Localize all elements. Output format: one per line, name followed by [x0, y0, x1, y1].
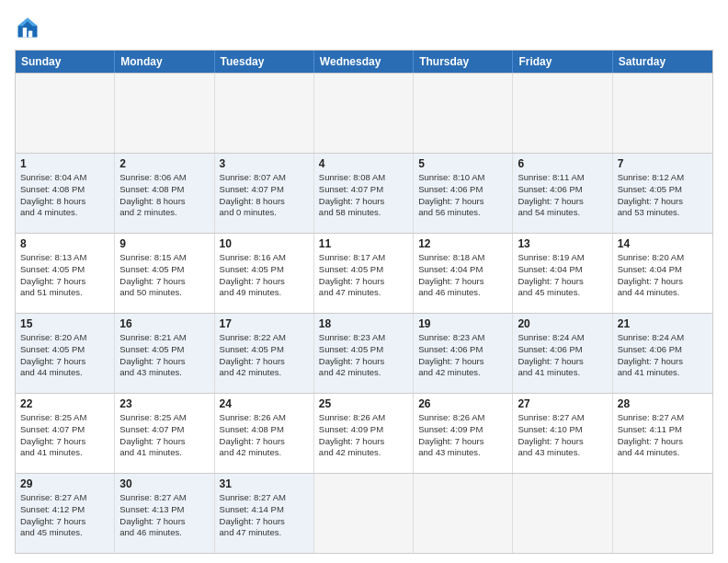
cell-line: Sunset: 4:09 PM	[418, 424, 507, 436]
day-cell-15: 15Sunrise: 8:20 AMSunset: 4:05 PMDayligh…	[16, 314, 115, 393]
cell-line: and 42 minutes.	[220, 447, 309, 459]
day-cell-2: 2Sunrise: 8:06 AMSunset: 4:08 PMDaylight…	[115, 154, 214, 233]
cell-line: Daylight: 7 hours	[20, 436, 109, 448]
cell-line: Sunset: 4:06 PM	[518, 184, 607, 196]
day-number: 20	[518, 317, 607, 330]
day-number: 28	[618, 397, 708, 410]
day-cell-31: 31Sunrise: 8:27 AMSunset: 4:14 PMDayligh…	[215, 474, 314, 553]
day-number: 15	[20, 317, 109, 330]
day-number: 19	[418, 317, 507, 330]
cell-line: and 41 minutes.	[518, 367, 607, 379]
cell-line: Sunrise: 8:11 AM	[518, 172, 607, 184]
cell-line: and 47 minutes.	[319, 287, 408, 299]
day-number: 12	[418, 237, 507, 250]
cell-line: Sunrise: 8:07 AM	[220, 172, 309, 184]
cell-line: Sunrise: 8:08 AM	[319, 172, 408, 184]
cell-line: and 41 minutes.	[119, 447, 209, 459]
cell-line: Sunrise: 8:26 AM	[220, 412, 309, 424]
cell-line: and 2 minutes.	[119, 207, 209, 219]
cell-line: Daylight: 8 hours	[220, 196, 309, 208]
logo-icon	[15, 15, 40, 40]
cell-line: Sunrise: 8:21 AM	[119, 332, 209, 344]
cell-line: Sunset: 4:08 PM	[119, 184, 209, 196]
cell-line: Sunrise: 8:24 AM	[618, 332, 708, 344]
cell-line: Sunrise: 8:20 AM	[618, 252, 708, 264]
cell-line: Sunrise: 8:27 AM	[618, 412, 708, 424]
cell-line: Daylight: 7 hours	[319, 436, 408, 448]
day-cell-13: 13Sunrise: 8:19 AMSunset: 4:04 PMDayligh…	[513, 234, 612, 313]
day-cell-8: 8Sunrise: 8:13 AMSunset: 4:05 PMDaylight…	[16, 234, 115, 313]
cell-line: Daylight: 7 hours	[220, 276, 309, 288]
cell-line: Sunrise: 8:10 AM	[418, 172, 507, 184]
header-cell-thursday: Thursday	[414, 51, 513, 73]
cell-line: Sunset: 4:05 PM	[220, 264, 309, 276]
cell-line: Daylight: 7 hours	[618, 196, 708, 208]
cell-line: Sunrise: 8:23 AM	[319, 332, 408, 344]
day-cell-20: 20Sunrise: 8:24 AMSunset: 4:06 PMDayligh…	[513, 314, 612, 393]
cell-line: Daylight: 7 hours	[518, 436, 607, 448]
day-cell-16: 16Sunrise: 8:21 AMSunset: 4:05 PMDayligh…	[115, 314, 214, 393]
day-cell-3: 3Sunrise: 8:07 AMSunset: 4:07 PMDaylight…	[215, 154, 314, 233]
day-cell-27: 27Sunrise: 8:27 AMSunset: 4:10 PMDayligh…	[513, 394, 612, 473]
day-cell-29: 29Sunrise: 8:27 AMSunset: 4:12 PMDayligh…	[16, 474, 115, 553]
calendar-week-1	[16, 73, 712, 153]
header-cell-monday: Monday	[115, 51, 214, 73]
day-number: 23	[119, 397, 209, 410]
cell-line: Sunrise: 8:27 AM	[518, 412, 607, 424]
day-cell-5: 5Sunrise: 8:10 AMSunset: 4:06 PMDaylight…	[414, 154, 513, 233]
day-number: 7	[618, 157, 708, 170]
day-number: 21	[618, 317, 708, 330]
day-cell-22: 22Sunrise: 8:25 AMSunset: 4:07 PMDayligh…	[16, 394, 115, 473]
cell-line: Sunset: 4:09 PM	[319, 424, 408, 436]
day-cell-1: 1Sunrise: 8:04 AMSunset: 4:08 PMDaylight…	[16, 154, 115, 233]
cell-line: and 45 minutes.	[20, 527, 109, 539]
day-number: 13	[518, 237, 607, 250]
cell-line: Daylight: 7 hours	[119, 516, 209, 528]
day-number: 22	[20, 397, 109, 410]
cell-line: and 42 minutes.	[319, 447, 408, 459]
day-number: 6	[518, 157, 607, 170]
cell-line: and 43 minutes.	[418, 447, 507, 459]
cell-line: and 50 minutes.	[119, 287, 209, 299]
cell-line: and 0 minutes.	[220, 207, 309, 219]
day-cell-6: 6Sunrise: 8:11 AMSunset: 4:06 PMDaylight…	[513, 154, 612, 233]
cell-line: and 44 minutes.	[618, 447, 708, 459]
cell-line: Daylight: 7 hours	[518, 276, 607, 288]
day-cell-12: 12Sunrise: 8:18 AMSunset: 4:04 PMDayligh…	[414, 234, 513, 313]
cell-line: Daylight: 7 hours	[418, 356, 507, 368]
cell-line: Sunset: 4:05 PM	[220, 344, 309, 356]
cell-line: Sunrise: 8:12 AM	[618, 172, 708, 184]
day-cell-24: 24Sunrise: 8:26 AMSunset: 4:08 PMDayligh…	[215, 394, 314, 473]
day-cell-25: 25Sunrise: 8:26 AMSunset: 4:09 PMDayligh…	[314, 394, 414, 473]
cell-line: Sunrise: 8:25 AM	[20, 412, 109, 424]
cell-line: Sunrise: 8:04 AM	[20, 172, 109, 184]
header	[15, 15, 713, 40]
cell-line: and 42 minutes.	[319, 367, 408, 379]
cell-line: Sunset: 4:11 PM	[618, 424, 708, 436]
cell-line: Sunrise: 8:13 AM	[20, 252, 109, 264]
logo	[15, 15, 44, 40]
cell-line: Sunset: 4:08 PM	[220, 424, 309, 436]
cell-line: Daylight: 7 hours	[618, 356, 708, 368]
day-cell-23: 23Sunrise: 8:25 AMSunset: 4:07 PMDayligh…	[115, 394, 214, 473]
cell-line: Daylight: 7 hours	[220, 516, 309, 528]
header-cell-friday: Friday	[513, 51, 612, 73]
cell-line: Sunrise: 8:17 AM	[319, 252, 408, 264]
cell-line: Daylight: 7 hours	[119, 276, 209, 288]
cell-line: Daylight: 8 hours	[20, 196, 109, 208]
empty-cell	[513, 474, 612, 553]
cell-line: Daylight: 8 hours	[119, 196, 209, 208]
cell-line: Daylight: 7 hours	[518, 196, 607, 208]
cell-line: Sunset: 4:07 PM	[119, 424, 209, 436]
cell-line: Daylight: 7 hours	[119, 356, 209, 368]
cell-line: Daylight: 7 hours	[20, 356, 109, 368]
cell-line: and 51 minutes.	[20, 287, 109, 299]
cell-line: Sunset: 4:12 PM	[20, 504, 109, 516]
cell-line: Daylight: 7 hours	[319, 196, 408, 208]
calendar-header: SundayMondayTuesdayWednesdayThursdayFrid…	[16, 51, 712, 73]
empty-cell	[613, 74, 712, 153]
calendar-week-3: 8Sunrise: 8:13 AMSunset: 4:05 PMDaylight…	[16, 233, 712, 313]
day-number: 27	[518, 397, 607, 410]
day-number: 4	[319, 157, 408, 170]
cell-line: and 45 minutes.	[518, 287, 607, 299]
